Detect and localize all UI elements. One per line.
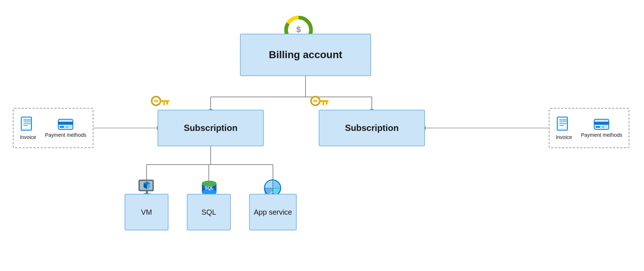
svg-rect-27: [163, 102, 165, 105]
sql-label: SQL: [201, 208, 216, 217]
svg-rect-64: [66, 126, 69, 128]
vm-box: VM: [125, 194, 169, 230]
svg-rect-34: [323, 102, 324, 105]
right-invoice-item: Invoice: [556, 116, 572, 140]
app-service-label: App service: [254, 208, 292, 217]
subscription1-box: Subscription: [158, 110, 264, 146]
subscription1-label: Subscription: [184, 123, 238, 133]
left-billing-panel: Invoice Payment methods: [13, 108, 93, 148]
svg-rect-42: [146, 191, 148, 193]
right-payment-label: Payment methods: [581, 132, 622, 138]
billing-account-label: Billing account: [269, 49, 343, 61]
svg-rect-62: [58, 122, 73, 125]
svg-rect-32: [319, 100, 329, 102]
right-payment-item: Payment methods: [581, 118, 622, 138]
svg-point-31: [313, 99, 318, 103]
diagram-container: $ Billing account Subs: [0, 0, 644, 271]
app-service-box: App service: [249, 194, 297, 230]
svg-point-24: [154, 99, 158, 103]
svg-rect-74: [594, 122, 609, 125]
left-payment-label: Payment methods: [45, 132, 86, 138]
right-invoice-icon: [556, 116, 572, 132]
left-invoice-item: Invoice: [20, 116, 36, 140]
svg-point-48: [202, 181, 216, 187]
svg-rect-63: [60, 126, 64, 128]
right-payment-icon: [593, 118, 610, 130]
subscription2-box: Subscription: [319, 110, 425, 146]
svg-text:$: $: [296, 25, 301, 34]
svg-rect-75: [596, 126, 600, 128]
right-invoice-label: Invoice: [556, 134, 572, 140]
left-payment-icon: [58, 118, 74, 130]
vm-label: VM: [141, 208, 152, 217]
svg-rect-26: [166, 102, 168, 105]
right-billing-panel: Invoice Payment methods: [549, 108, 629, 148]
left-invoice-icon: [20, 116, 36, 132]
svg-rect-76: [602, 126, 604, 128]
billing-account-box: Billing account: [240, 34, 371, 76]
svg-rect-33: [326, 102, 327, 105]
left-invoice-label: Invoice: [20, 134, 36, 140]
sql-box: SQL: [187, 194, 231, 230]
svg-rect-25: [160, 100, 169, 102]
left-payment-item: Payment methods: [45, 118, 86, 138]
subscription2-label: Subscription: [345, 123, 399, 133]
